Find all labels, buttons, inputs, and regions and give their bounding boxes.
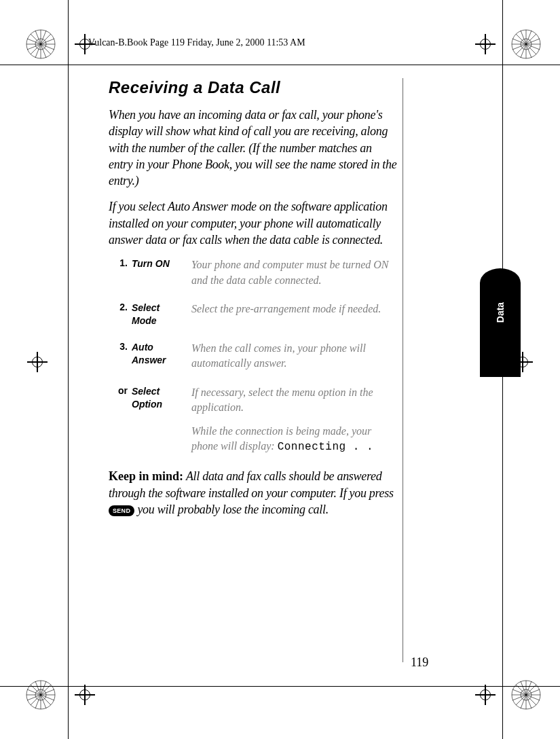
- send-key-icon: SEND: [109, 505, 134, 516]
- steps-list: 1. Turn ON Your phone and computer must …: [109, 257, 397, 454]
- step-action: Select Mode: [132, 302, 191, 327]
- registration-mark-icon: [25, 29, 56, 60]
- section-tab: Data: [480, 268, 521, 377]
- column-divider: [403, 78, 403, 662]
- page-title: Receiving a Data Call: [109, 78, 397, 97]
- crosshair-icon: [475, 685, 496, 705]
- keep-in-mind-text-b: you will probably lose the incoming call…: [134, 503, 329, 516]
- connecting-display: Connecting . .: [278, 441, 373, 453]
- section-tab-label: Data: [495, 292, 506, 333]
- step-description-line1: If necessary, select the menu option in …: [191, 386, 373, 413]
- step-row: 1. Turn ON Your phone and computer must …: [109, 257, 397, 288]
- keep-in-mind-paragraph: Keep in mind: All data and fax calls sho…: [109, 468, 397, 518]
- header-meta: Vulcan-B.Book Page 119 Friday, June 2, 2…: [88, 37, 305, 48]
- step-row: or Select Option If necessary, select th…: [109, 385, 397, 455]
- intro-paragraph-2: If you select Auto Answer mode on the so…: [109, 198, 397, 248]
- keep-in-mind-lead: Keep in mind:: [109, 469, 183, 483]
- step-description: When the call comes in, your phone will …: [191, 341, 397, 372]
- intro-paragraph-1: When you have an incoming data or fax ca…: [109, 107, 397, 189]
- crosshair-icon: [475, 34, 496, 54]
- registration-mark-icon: [510, 679, 542, 710]
- step-action: Turn ON: [132, 257, 191, 288]
- step-row: 2. Select Mode Select the pre-arrangemen…: [109, 302, 397, 327]
- registration-mark-icon: [510, 29, 542, 60]
- crop-line-top: [0, 65, 560, 65]
- step-number: or: [109, 385, 132, 455]
- step-description: Select the pre-arrangement mode if neede…: [191, 302, 397, 327]
- step-description: Your phone and computer must be turned O…: [191, 257, 397, 288]
- page-number: 119: [411, 655, 428, 670]
- step-number: 1.: [109, 257, 132, 288]
- crosshair-icon: [27, 352, 48, 372]
- step-action: Auto Answer: [132, 341, 191, 372]
- crosshair-icon: [75, 685, 95, 705]
- step-number: 2.: [109, 302, 132, 327]
- step-number: 3.: [109, 341, 132, 372]
- crop-line-left: [68, 0, 69, 739]
- step-row: 3. Auto Answer When the call comes in, y…: [109, 341, 397, 372]
- step-action: Select Option: [132, 385, 191, 455]
- step-description: If necessary, select the menu option in …: [191, 385, 397, 455]
- page-content: Receiving a Data Call When you have an i…: [109, 78, 397, 527]
- registration-mark-icon: [25, 679, 56, 710]
